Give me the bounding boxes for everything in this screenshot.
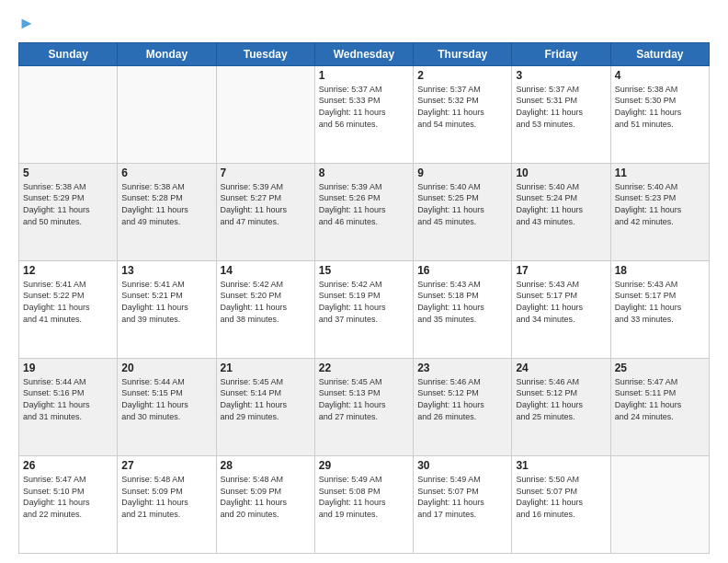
day-number: 24 [516, 362, 606, 374]
day-info: Sunrise: 5:49 AM Sunset: 5:08 PM Dayligh… [319, 474, 409, 520]
col-header-monday: Monday [118, 42, 216, 65]
header: ► [18, 15, 710, 33]
calendar-cell: 17Sunrise: 5:43 AM Sunset: 5:17 PM Dayli… [512, 260, 610, 358]
day-info: Sunrise: 5:47 AM Sunset: 5:11 PM Dayligh… [615, 376, 705, 422]
calendar-cell: 9Sunrise: 5:40 AM Sunset: 5:25 PM Daylig… [414, 163, 512, 260]
day-info: Sunrise: 5:38 AM Sunset: 5:28 PM Dayligh… [121, 181, 211, 227]
calendar-week-3: 12Sunrise: 5:41 AM Sunset: 5:22 PM Dayli… [19, 260, 710, 358]
day-info: Sunrise: 5:37 AM Sunset: 5:33 PM Dayligh… [319, 84, 409, 130]
day-info: Sunrise: 5:37 AM Sunset: 5:32 PM Dayligh… [417, 84, 507, 130]
day-number: 10 [516, 167, 606, 179]
day-number: 22 [319, 362, 409, 374]
day-number: 12 [23, 264, 113, 277]
day-number: 28 [221, 459, 311, 472]
calendar-cell: 2Sunrise: 5:37 AM Sunset: 5:32 PM Daylig… [414, 65, 512, 163]
logo-text: ► [18, 15, 35, 33]
day-number: 29 [319, 459, 409, 472]
day-number: 2 [417, 69, 507, 82]
day-number: 14 [221, 264, 311, 277]
col-header-wednesday: Wednesday [314, 42, 413, 65]
day-number: 26 [23, 459, 113, 472]
day-number: 1 [319, 69, 409, 82]
day-number: 18 [615, 264, 705, 277]
calendar-cell: 14Sunrise: 5:42 AM Sunset: 5:20 PM Dayli… [216, 260, 314, 358]
day-info: Sunrise: 5:46 AM Sunset: 5:12 PM Dayligh… [417, 376, 507, 422]
calendar-cell: 5Sunrise: 5:38 AM Sunset: 5:29 PM Daylig… [19, 163, 118, 260]
day-number: 8 [319, 167, 409, 179]
day-info: Sunrise: 5:38 AM Sunset: 5:29 PM Dayligh… [23, 181, 113, 227]
calendar-cell [118, 65, 216, 163]
calendar-cell: 21Sunrise: 5:45 AM Sunset: 5:14 PM Dayli… [216, 358, 314, 455]
calendar-week-2: 5Sunrise: 5:38 AM Sunset: 5:29 PM Daylig… [19, 163, 710, 260]
day-info: Sunrise: 5:50 AM Sunset: 5:07 PM Dayligh… [516, 474, 606, 520]
calendar-cell: 28Sunrise: 5:48 AM Sunset: 5:09 PM Dayli… [216, 455, 314, 553]
calendar-cell: 30Sunrise: 5:49 AM Sunset: 5:07 PM Dayli… [414, 455, 512, 553]
day-number: 25 [615, 362, 705, 374]
calendar-header-row: SundayMondayTuesdayWednesdayThursdayFrid… [19, 42, 710, 65]
page: ► SundayMondayTuesdayWednesdayThursdayFr… [0, 0, 728, 563]
calendar-cell: 26Sunrise: 5:47 AM Sunset: 5:10 PM Dayli… [19, 455, 118, 553]
logo: ► [18, 15, 35, 33]
day-info: Sunrise: 5:45 AM Sunset: 5:13 PM Dayligh… [319, 376, 409, 422]
day-info: Sunrise: 5:42 AM Sunset: 5:20 PM Dayligh… [221, 279, 311, 325]
day-number: 15 [319, 264, 409, 277]
calendar-cell: 12Sunrise: 5:41 AM Sunset: 5:22 PM Dayli… [19, 260, 118, 358]
day-number: 30 [417, 459, 507, 472]
calendar-cell: 18Sunrise: 5:43 AM Sunset: 5:17 PM Dayli… [610, 260, 709, 358]
col-header-tuesday: Tuesday [216, 42, 314, 65]
calendar-cell: 4Sunrise: 5:38 AM Sunset: 5:30 PM Daylig… [610, 65, 709, 163]
calendar-cell: 31Sunrise: 5:50 AM Sunset: 5:07 PM Dayli… [512, 455, 610, 553]
calendar-cell: 1Sunrise: 5:37 AM Sunset: 5:33 PM Daylig… [314, 65, 413, 163]
day-info: Sunrise: 5:42 AM Sunset: 5:19 PM Dayligh… [319, 279, 409, 325]
calendar-cell: 29Sunrise: 5:49 AM Sunset: 5:08 PM Dayli… [314, 455, 413, 553]
calendar-table: SundayMondayTuesdayWednesdayThursdayFrid… [18, 42, 710, 554]
day-number: 27 [121, 459, 211, 472]
calendar-cell: 8Sunrise: 5:39 AM Sunset: 5:26 PM Daylig… [314, 163, 413, 260]
day-info: Sunrise: 5:40 AM Sunset: 5:24 PM Dayligh… [516, 181, 606, 227]
col-header-sunday: Sunday [19, 42, 118, 65]
day-info: Sunrise: 5:41 AM Sunset: 5:22 PM Dayligh… [23, 279, 113, 325]
day-info: Sunrise: 5:47 AM Sunset: 5:10 PM Dayligh… [23, 474, 113, 520]
day-number: 23 [417, 362, 507, 374]
day-number: 11 [615, 167, 705, 179]
day-number: 31 [516, 459, 606, 472]
calendar-cell [216, 65, 314, 163]
day-number: 20 [121, 362, 211, 374]
calendar-cell: 27Sunrise: 5:48 AM Sunset: 5:09 PM Dayli… [118, 455, 216, 553]
day-info: Sunrise: 5:45 AM Sunset: 5:14 PM Dayligh… [221, 376, 311, 422]
day-number: 4 [615, 69, 705, 82]
day-info: Sunrise: 5:38 AM Sunset: 5:30 PM Dayligh… [615, 84, 705, 130]
calendar-cell: 23Sunrise: 5:46 AM Sunset: 5:12 PM Dayli… [414, 358, 512, 455]
col-header-friday: Friday [512, 42, 610, 65]
day-number: 13 [121, 264, 211, 277]
day-info: Sunrise: 5:46 AM Sunset: 5:12 PM Dayligh… [516, 376, 606, 422]
calendar-cell: 22Sunrise: 5:45 AM Sunset: 5:13 PM Dayli… [314, 358, 413, 455]
day-number: 3 [516, 69, 606, 82]
day-number: 17 [516, 264, 606, 277]
calendar-cell: 25Sunrise: 5:47 AM Sunset: 5:11 PM Dayli… [610, 358, 709, 455]
day-info: Sunrise: 5:48 AM Sunset: 5:09 PM Dayligh… [121, 474, 211, 520]
calendar-cell: 7Sunrise: 5:39 AM Sunset: 5:27 PM Daylig… [216, 163, 314, 260]
day-number: 16 [417, 264, 507, 277]
day-info: Sunrise: 5:43 AM Sunset: 5:17 PM Dayligh… [516, 279, 606, 325]
day-number: 7 [221, 167, 311, 179]
calendar-cell [19, 65, 118, 163]
calendar-cell: 19Sunrise: 5:44 AM Sunset: 5:16 PM Dayli… [19, 358, 118, 455]
day-info: Sunrise: 5:40 AM Sunset: 5:23 PM Dayligh… [615, 181, 705, 227]
day-number: 5 [23, 167, 113, 179]
calendar-cell: 3Sunrise: 5:37 AM Sunset: 5:31 PM Daylig… [512, 65, 610, 163]
calendar-cell: 16Sunrise: 5:43 AM Sunset: 5:18 PM Dayli… [414, 260, 512, 358]
calendar-week-1: 1Sunrise: 5:37 AM Sunset: 5:33 PM Daylig… [19, 65, 710, 163]
day-info: Sunrise: 5:39 AM Sunset: 5:27 PM Dayligh… [221, 181, 311, 227]
calendar-week-4: 19Sunrise: 5:44 AM Sunset: 5:16 PM Dayli… [19, 358, 710, 455]
day-info: Sunrise: 5:43 AM Sunset: 5:18 PM Dayligh… [417, 279, 507, 325]
calendar-cell: 6Sunrise: 5:38 AM Sunset: 5:28 PM Daylig… [118, 163, 216, 260]
day-info: Sunrise: 5:49 AM Sunset: 5:07 PM Dayligh… [417, 474, 507, 520]
calendar-cell: 20Sunrise: 5:44 AM Sunset: 5:15 PM Dayli… [118, 358, 216, 455]
col-header-saturday: Saturday [610, 42, 709, 65]
day-info: Sunrise: 5:44 AM Sunset: 5:15 PM Dayligh… [121, 376, 211, 422]
day-number: 6 [121, 167, 211, 179]
calendar-week-5: 26Sunrise: 5:47 AM Sunset: 5:10 PM Dayli… [19, 455, 710, 553]
calendar-cell: 15Sunrise: 5:42 AM Sunset: 5:19 PM Dayli… [314, 260, 413, 358]
day-info: Sunrise: 5:43 AM Sunset: 5:17 PM Dayligh… [615, 279, 705, 325]
